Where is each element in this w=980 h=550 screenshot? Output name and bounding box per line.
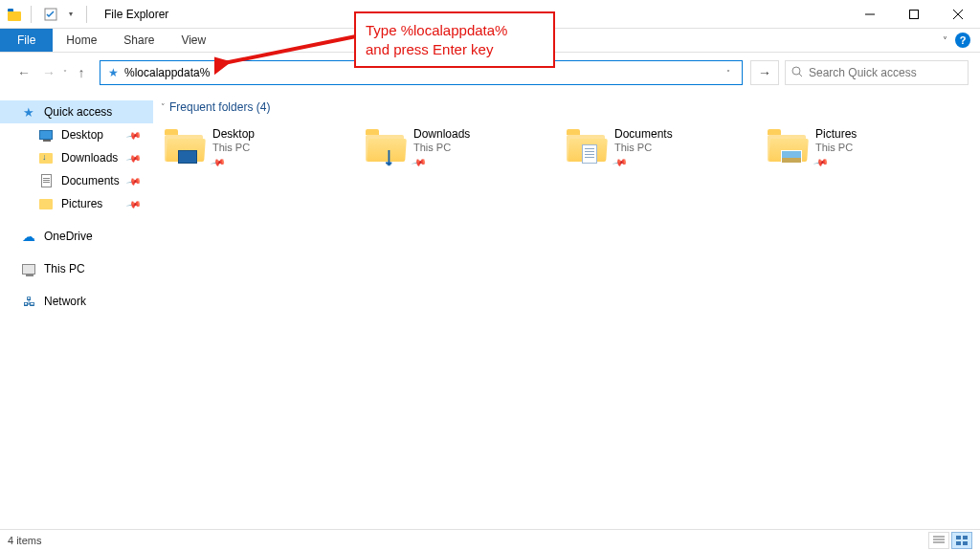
app-icon (7, 8, 22, 21)
navpane-onedrive-label: OneDrive (44, 230, 93, 243)
maximize-button[interactable] (892, 0, 936, 29)
navpane-network-label: Network (44, 295, 86, 308)
svg-rect-12 (956, 541, 961, 545)
main-pane: ˅ Frequent folders (4) Desktop This PC 📌… (153, 93, 980, 529)
tile-sub: This PC (614, 142, 673, 153)
tile-desktop[interactable]: Desktop This PC 📌 (159, 123, 360, 172)
navpane-documents[interactable]: Documents 📌 (0, 169, 153, 192)
tile-sub: This PC (815, 142, 857, 153)
search-icon (791, 66, 803, 80)
folder-icon (567, 127, 607, 162)
tile-downloads[interactable]: ⭣ Downloads This PC 📌 (360, 123, 561, 172)
pin-icon: 📌 (126, 127, 142, 143)
tile-pictures[interactable]: Pictures This PC 📌 (762, 123, 963, 172)
address-location-icon: ★ (108, 66, 119, 79)
help-icon[interactable]: ? (955, 33, 970, 48)
svg-rect-2 (910, 10, 919, 18)
thispc-icon (22, 264, 35, 275)
recent-locations-icon[interactable]: ˅ (61, 69, 69, 77)
navpane-downloads-label: Downloads (61, 151, 118, 165)
view-large-icons-button[interactable] (951, 532, 972, 549)
downloads-icon (39, 153, 53, 164)
navpane-quick-access[interactable]: ★ Quick access (0, 100, 153, 123)
back-button[interactable]: ← (11, 59, 36, 86)
pin-icon: 📌 (412, 155, 427, 170)
svg-rect-13 (963, 541, 968, 545)
navpane-desktop-label: Desktop (61, 128, 103, 142)
navpane-documents-label: Documents (61, 174, 120, 187)
folder-icon (768, 127, 808, 162)
navpane-thispc[interactable]: This PC (0, 257, 153, 280)
annotation-line2: and press Enter key (366, 40, 544, 59)
svg-line-6 (799, 74, 802, 77)
navpane-downloads[interactable]: Downloads 📌 (0, 146, 153, 169)
folder-icon (165, 127, 205, 162)
tile-name: Desktop (212, 127, 255, 141)
tile-name: Pictures (815, 127, 857, 141)
forward-button[interactable]: → (36, 59, 61, 86)
minimize-button[interactable] (848, 0, 892, 29)
pin-icon: 📌 (126, 150, 142, 165)
documents-icon (41, 174, 52, 187)
pictures-icon (39, 199, 53, 209)
tile-documents[interactable]: Documents This PC 📌 (561, 123, 762, 172)
pin-icon: 📌 (813, 155, 829, 170)
network-icon: 🖧 (23, 295, 35, 309)
navpane-thispc-label: This PC (44, 262, 85, 275)
pin-icon: 📌 (126, 173, 142, 188)
search-box[interactable] (785, 60, 969, 85)
quick-access-icon: ★ (23, 105, 34, 120)
ribbon-expand-icon[interactable]: ˅ (943, 35, 947, 46)
navigation-pane: ★ Quick access Desktop 📌 Downloads 📌 Doc… (0, 93, 153, 529)
qat-dropdown-icon[interactable]: ▾ (67, 10, 75, 18)
navpane-quick-access-label: Quick access (44, 105, 112, 119)
svg-rect-10 (956, 536, 961, 539)
address-history-icon[interactable]: ˅ (723, 69, 734, 77)
status-text: 4 items (8, 535, 41, 546)
pin-icon: 📌 (612, 155, 628, 170)
ribbon-tab-view[interactable]: View (167, 29, 219, 52)
navpane-network[interactable]: 🖧 Network (0, 290, 153, 313)
window-title: File Explorer (99, 8, 168, 21)
tile-sub: This PC (212, 142, 255, 153)
navpane-pictures-label: Pictures (61, 197, 102, 210)
ribbon-tab-share[interactable]: Share (110, 29, 167, 52)
pin-icon: 📌 (211, 155, 226, 170)
tile-name: Downloads (413, 127, 470, 141)
qat-properties-icon[interactable] (40, 4, 61, 25)
up-button[interactable]: ↑ (69, 59, 94, 86)
chevron-down-icon: ˅ (161, 102, 166, 112)
desktop-icon (39, 130, 53, 140)
svg-rect-11 (963, 536, 968, 539)
content-area: ★ Quick access Desktop 📌 Downloads 📌 Doc… (0, 93, 980, 529)
navpane-pictures[interactable]: Pictures 📌 (0, 192, 153, 215)
ribbon-tab-file[interactable]: File (0, 29, 53, 52)
folder-icon: ⭣ (366, 127, 406, 162)
go-refresh-button[interactable]: → (750, 60, 779, 85)
navpane-onedrive[interactable]: ☁ OneDrive (0, 225, 153, 248)
tile-name: Documents (614, 127, 673, 141)
group-header-frequent[interactable]: ˅ Frequent folders (4) (159, 99, 980, 123)
annotation-line1: Type %localappdata% (366, 21, 544, 40)
annotation-callout: Type %localappdata% and press Enter key (354, 11, 555, 68)
onedrive-icon: ☁ (22, 229, 35, 244)
pin-icon: 📌 (126, 196, 142, 211)
navpane-desktop[interactable]: Desktop 📌 (0, 123, 153, 146)
svg-point-5 (792, 67, 800, 75)
view-details-button[interactable] (928, 532, 949, 549)
tile-sub: This PC (413, 142, 470, 153)
status-bar: 4 items (0, 529, 980, 550)
ribbon-tab-home[interactable]: Home (53, 29, 110, 52)
group-header-label: Frequent folders (4) (169, 100, 270, 114)
search-input[interactable] (809, 66, 962, 79)
close-button[interactable] (936, 0, 980, 29)
